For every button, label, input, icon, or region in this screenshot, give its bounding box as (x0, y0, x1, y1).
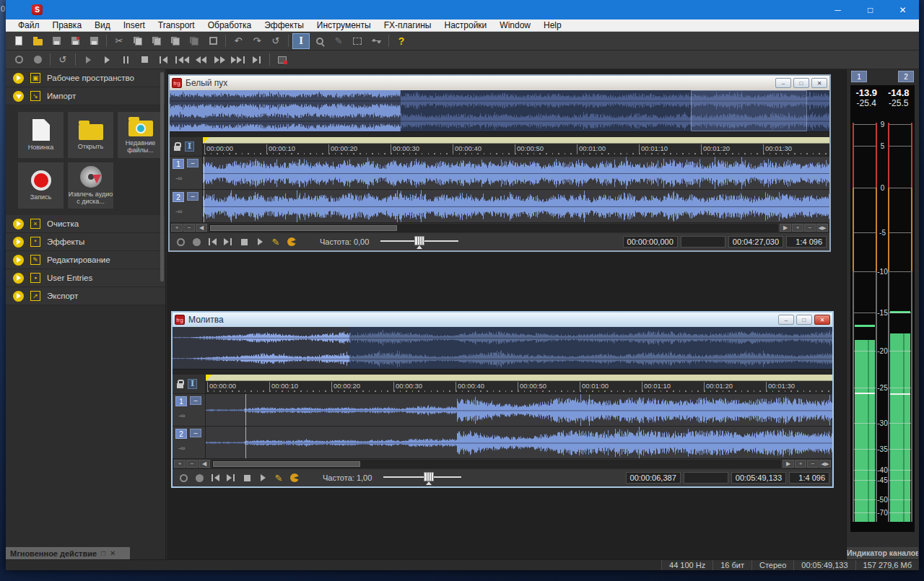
record-button[interactable] (189, 235, 204, 248)
channel-2-waveform[interactable] (203, 190, 829, 222)
tile-new-file[interactable]: Новинка (18, 112, 64, 158)
menu-11[interactable]: Window (493, 19, 537, 31)
scrollbar-track[interactable] (209, 224, 777, 232)
tile-rip-audio[interactable]: Извлечь аудио с диска... (68, 162, 113, 209)
menu-1[interactable]: Файл (12, 19, 46, 31)
new-file-button[interactable] (10, 33, 27, 49)
rate-slider[interactable] (380, 235, 458, 248)
open-button[interactable] (29, 33, 46, 49)
level-meter[interactable]: -13.9 -14.8 -25.4 -25.5 950-5-10-15-20-2… (850, 85, 915, 532)
zoom-in-button[interactable]: + (174, 460, 186, 468)
pause-button[interactable] (117, 52, 134, 68)
channel-2-waveform[interactable] (206, 427, 832, 458)
channel-1-badge[interactable]: 1 (175, 396, 187, 406)
record-button[interactable] (29, 52, 46, 68)
scroll-left-button[interactable]: ◀ (199, 460, 210, 468)
sidebar-section-cleanup[interactable]: × Очистка (6, 215, 165, 233)
menu-8[interactable]: Инструменты (310, 19, 378, 31)
cursor-position-field[interactable]: 00:00:00,000 (623, 236, 678, 248)
play-all-button[interactable] (79, 52, 97, 68)
zoom-out-button[interactable]: − (807, 460, 819, 468)
overview-waveform[interactable] (173, 327, 832, 369)
paste-mix-button[interactable] (186, 33, 203, 49)
next-marker-button[interactable] (230, 52, 247, 68)
previous-marker-button[interactable] (173, 52, 191, 68)
zoom-tool-button[interactable] (311, 33, 328, 49)
channel-2-badge[interactable]: 2 (173, 192, 184, 202)
channel-minimize-button[interactable]: – (190, 396, 201, 405)
zoom-in-button[interactable]: + (792, 224, 803, 232)
zoom-out-button[interactable]: − (186, 460, 198, 468)
loop-playback-button[interactable]: ↺ (54, 52, 71, 68)
paste-special-button[interactable] (167, 33, 184, 49)
slider-thumb[interactable] (424, 472, 434, 481)
lock-icon[interactable] (177, 383, 183, 388)
envelope-tool-button[interactable] (367, 33, 385, 49)
doc-restore-button[interactable]: □ (796, 315, 812, 325)
doc-close-button[interactable]: ✕ (814, 315, 830, 325)
channel-2-badge[interactable]: 2 (175, 429, 187, 439)
channel-1-badge[interactable]: 1 (173, 159, 184, 169)
doc-minimize-button[interactable]: – (778, 315, 794, 325)
time-ruler[interactable]: 00:00:0000:00:1000:00:2000:00:3000:00:40… (203, 144, 829, 156)
menu-2[interactable]: Правка (46, 19, 89, 31)
menu-7[interactable]: Эффекты (258, 19, 310, 31)
record-remote-button[interactable] (173, 235, 188, 248)
menu-10[interactable]: Настройки (437, 19, 493, 31)
play-button[interactable] (256, 471, 270, 484)
loop-bar[interactable] (203, 137, 829, 144)
length-field[interactable]: 00:05:49,133 (731, 472, 786, 484)
overview-waveform[interactable] (170, 90, 829, 131)
sidebar-section-export[interactable]: ↗ Экспорт (6, 287, 165, 305)
titlebar[interactable]: S ─ □ ✕ (6, 0, 919, 19)
play-button[interactable] (98, 52, 116, 68)
meter-tab-2[interactable]: 2 (898, 71, 914, 82)
tile-record[interactable]: Запись (18, 162, 64, 209)
zoom-ratio-field[interactable]: 1:4 096 (786, 236, 827, 248)
focus-data-window-button[interactable] (274, 52, 291, 68)
fit-view-button[interactable]: ◀▶ (819, 460, 831, 468)
close-panel-icon[interactable]: ✕ (110, 549, 116, 557)
redo-button[interactable]: ↷ (248, 33, 266, 49)
channel-minimize-button[interactable]: – (187, 192, 199, 201)
undo-button[interactable]: ↶ (230, 33, 247, 49)
rate-slider[interactable] (383, 471, 461, 484)
zoom-ratio-field[interactable]: 1:4 096 (789, 472, 829, 484)
float-panel-icon[interactable]: □ (101, 549, 105, 557)
scroll-right-button[interactable]: ▶ (783, 460, 794, 468)
sidebar-section-workspace[interactable]: ▣ Рабочее пространство (6, 69, 165, 87)
doc-window-1[interactable]: frg Белый пух – □ ✕ I 00:00:0000:00:1000… (168, 74, 831, 252)
scrollbar-thumb[interactable] (210, 225, 397, 231)
length-field[interactable]: 00:04:27,030 (728, 236, 783, 248)
time-ruler[interactable]: 00:00:0000:00:1000:00:2000:00:3000:00:40… (206, 381, 832, 393)
selection-field[interactable] (681, 236, 725, 248)
help-tool-button[interactable]: ? (393, 33, 410, 49)
save-button[interactable] (48, 33, 65, 49)
go-to-start-button[interactable] (208, 471, 222, 484)
meter-panel-title[interactable]: Индикатор каналов (847, 547, 918, 559)
scrollbar-track[interactable] (212, 460, 780, 468)
doc-minimize-button[interactable]: – (775, 78, 791, 88)
selection-field[interactable] (684, 472, 728, 484)
cursor-position-field[interactable]: 00:00:06,387 (626, 472, 681, 484)
channel-1-waveform[interactable] (206, 394, 832, 426)
edit-tool-icon[interactable]: I (185, 141, 194, 152)
doc-close-button[interactable]: ✕ (811, 78, 827, 88)
cut-button[interactable]: ✂ (110, 33, 128, 49)
sidebar-section-user-entries[interactable]: ▪ User Entries (6, 269, 165, 287)
maximize-button[interactable]: □ (854, 0, 886, 19)
record-remote-button[interactable] (176, 471, 191, 484)
menu-5[interactable]: Transport (152, 19, 201, 31)
stop-button[interactable] (240, 471, 254, 484)
menu-9[interactable]: FX-плагины (378, 19, 438, 31)
menu-3[interactable]: Вид (88, 19, 117, 31)
tile-open[interactable]: Открыть (68, 112, 113, 158)
scribble-tool-button[interactable]: ✎ (271, 471, 286, 484)
loop-bar[interactable] (206, 375, 832, 381)
sidebar-section-import[interactable]: ↘ Импорт (6, 87, 165, 105)
draw-tool-button[interactable]: ✎ (330, 33, 347, 49)
repeat-button[interactable]: ↺ (267, 33, 284, 49)
sidebar-section-editing[interactable]: ✎ Редактирование (6, 251, 165, 269)
channel-1-waveform[interactable] (203, 157, 829, 189)
zoom-in-button[interactable]: + (171, 224, 183, 232)
